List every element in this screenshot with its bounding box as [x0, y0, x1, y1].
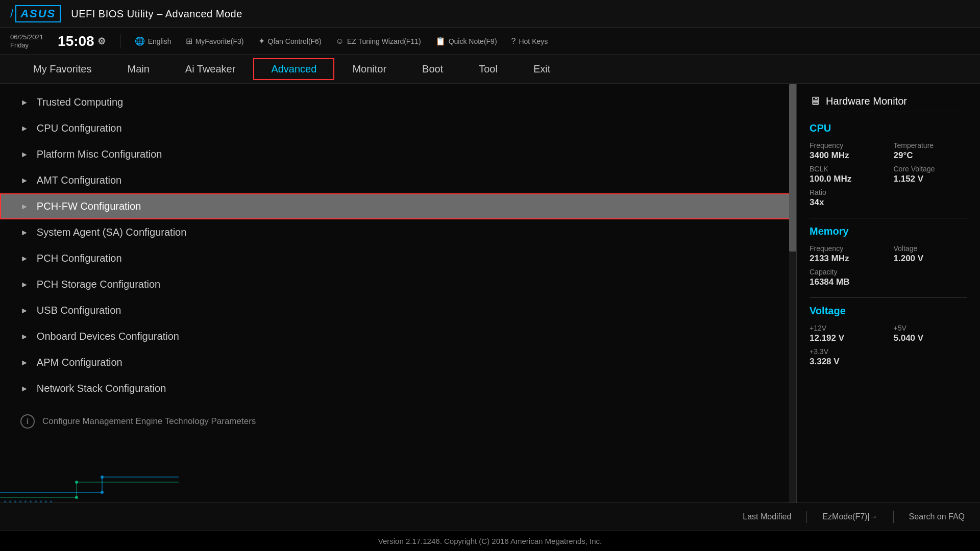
ez-mode-button[interactable]: EzMode(F7)|→ [822, 512, 877, 521]
scrollbar-track[interactable] [789, 84, 796, 503]
main-layout: ► Trusted Computing ► CPU Configuration … [0, 84, 980, 503]
menu-item-usb-configuration[interactable]: ► USB Configuration [0, 297, 796, 323]
favorite-icon: ⊞ [186, 36, 192, 46]
memory-voltage-label: Voltage [894, 244, 968, 253]
info-icon: i [20, 414, 35, 429]
menu-label: System Agent (SA) Configuration [37, 227, 186, 238]
menu-item-trusted-computing[interactable]: ► Trusted Computing [0, 89, 796, 115]
menu-item-pch-fw[interactable]: ► PCH-FW Configuration [0, 193, 796, 219]
cpu-temperature-label: Temperature [894, 141, 968, 149]
cpu-core-voltage: Core Voltage 1.152 V [894, 165, 968, 184]
voltage-5v-value: 5.040 V [894, 333, 968, 343]
my-favorite-button[interactable]: ⊞ MyFavorite(F3) [186, 36, 244, 46]
arrow-icon: ► [20, 176, 29, 185]
cpu-bclk-label: BCLK [810, 165, 884, 173]
memory-capacity-value: 16384 MB [810, 277, 884, 287]
logo-text: ASUS [15, 5, 61, 22]
cpu-frequency-label: Frequency [810, 141, 884, 149]
menu-label: APM Configuration [37, 357, 122, 368]
last-modified-button[interactable]: Last Modified [743, 512, 791, 521]
voltage-grid: +12V 12.192 V +5V 5.040 V +3.3V 3.328 V [810, 324, 967, 367]
tab-boot[interactable]: Boot [404, 58, 461, 80]
tab-exit[interactable]: Exit [516, 58, 568, 80]
search-faq-button[interactable]: Search on FAQ [909, 512, 965, 521]
cpu-frequency-value: 3400 MHz [810, 151, 884, 161]
nav-tabs: My Favorites Main Ai Tweaker Advanced Mo… [0, 55, 980, 84]
footer-separator-1 [806, 511, 807, 523]
menu-label: Onboard Devices Configuration [37, 331, 179, 342]
menu-label: PCH Configuration [37, 253, 122, 264]
memory-capacity-label: Capacity [810, 268, 884, 276]
cpu-temperature-value: 29°C [894, 151, 968, 161]
tab-tool[interactable]: Tool [461, 58, 516, 80]
hw-monitor-title: 🖥 Hardware Monitor [810, 94, 967, 112]
tab-ai-tweaker[interactable]: Ai Tweaker [167, 58, 254, 80]
menu-item-network-stack[interactable]: ► Network Stack Configuration [0, 375, 796, 402]
logo: / ASUS [10, 5, 61, 22]
qfan-button[interactable]: ✦ Qfan Control(F6) [258, 36, 322, 46]
toolbar-separator-1 [120, 34, 120, 48]
header-title: UEFI BIOS Utility – Advanced Mode [71, 8, 242, 20]
cpu-ratio: Ratio 34x [810, 188, 884, 208]
cpu-ratio-label: Ratio [810, 188, 884, 196]
tab-advanced[interactable]: Advanced [253, 58, 334, 80]
quick-note-icon: 📋 [435, 36, 446, 46]
voltage-33v-value: 3.328 V [810, 357, 884, 367]
toolbar: 06/25/2021 Friday 15:08 ⚙ 🌐 English ⊞ My… [0, 28, 980, 55]
memory-frequency-label: Frequency [810, 244, 884, 253]
voltage-33v-label: +3.3V [810, 347, 884, 356]
menu-item-pch-storage[interactable]: ► PCH Storage Configuration [0, 271, 796, 297]
arrow-icon: ► [20, 358, 29, 367]
memory-frequency: Frequency 2133 MHz [810, 244, 884, 264]
menu-item-amt-configuration[interactable]: ► AMT Configuration [0, 167, 796, 193]
menu-item-system-agent[interactable]: ► System Agent (SA) Configuration [0, 219, 796, 245]
menu-label: Network Stack Configuration [37, 383, 166, 394]
arrow-icon: ► [20, 384, 29, 393]
voltage-5v-label: +5V [894, 324, 968, 332]
menu-label: PCH Storage Configuration [37, 279, 160, 290]
menu-item-platform-misc[interactable]: ► Platform Misc Configuration [0, 141, 796, 167]
tab-my-favorites[interactable]: My Favorites [15, 58, 109, 80]
ez-tuning-button[interactable]: ☺ EZ Tuning Wizard(F11) [336, 37, 421, 46]
voltage-12v-value: 12.192 V [810, 333, 884, 343]
arrow-icon: ► [20, 202, 29, 211]
hw-divider-2 [810, 297, 967, 298]
arrow-icon: ► [20, 332, 29, 341]
scrollbar-thumb[interactable] [789, 84, 796, 252]
quick-note-button[interactable]: 📋 Quick Note(F9) [435, 36, 497, 46]
version-bar: Version 2.17.1246. Copyright (C) 2016 Am… [0, 531, 980, 551]
voltage-5v: +5V 5.040 V [894, 324, 968, 343]
menu-item-pch-configuration[interactable]: ► PCH Configuration [0, 245, 796, 271]
voltage-section-title: Voltage [810, 305, 967, 317]
hot-keys-button[interactable]: ? Hot Keys [511, 37, 548, 46]
menu-item-cpu-configuration[interactable]: ► CPU Configuration [0, 115, 796, 141]
menu-item-apm-configuration[interactable]: ► APM Configuration [0, 349, 796, 375]
tab-monitor[interactable]: Monitor [334, 58, 404, 80]
settings-icon[interactable]: ⚙ [97, 36, 106, 47]
cpu-core-voltage-value: 1.152 V [894, 174, 968, 184]
memory-grid: Frequency 2133 MHz Voltage 1.200 V Capac… [810, 244, 967, 287]
cpu-ratio-value: 34x [810, 197, 884, 208]
datetime-display: 06/25/2021 Friday [10, 33, 43, 49]
cpu-bclk: BCLK 100.0 MHz [810, 165, 884, 184]
menu-label: Platform Misc Configuration [37, 148, 162, 160]
hw-monitor-panel: 🖥 Hardware Monitor CPU Frequency 3400 MH… [796, 84, 980, 503]
hot-keys-icon: ? [511, 37, 516, 46]
arrow-icon: ► [20, 124, 29, 133]
cpu-frequency: Frequency 3400 MHz [810, 141, 884, 161]
arrow-icon: ► [20, 306, 29, 315]
monitor-icon: 🖥 [810, 94, 821, 108]
menu-item-onboard-devices[interactable]: ► Onboard Devices Configuration [0, 323, 796, 349]
info-bar: i Configure Management Engine Technology… [0, 407, 796, 436]
logo-slash: / [10, 7, 13, 20]
info-text: Configure Management Engine Technology P… [42, 416, 256, 427]
arrow-icon: ► [20, 228, 29, 237]
content-area: ► Trusted Computing ► CPU Configuration … [0, 84, 796, 503]
menu-label: Trusted Computing [37, 96, 123, 108]
arrow-icon: ► [20, 150, 29, 159]
tab-main[interactable]: Main [109, 58, 167, 80]
globe-icon: 🌐 [135, 36, 145, 46]
cpu-core-voltage-label: Core Voltage [894, 165, 968, 173]
language-selector[interactable]: 🌐 English [135, 36, 172, 46]
hw-divider-1 [810, 218, 967, 218]
